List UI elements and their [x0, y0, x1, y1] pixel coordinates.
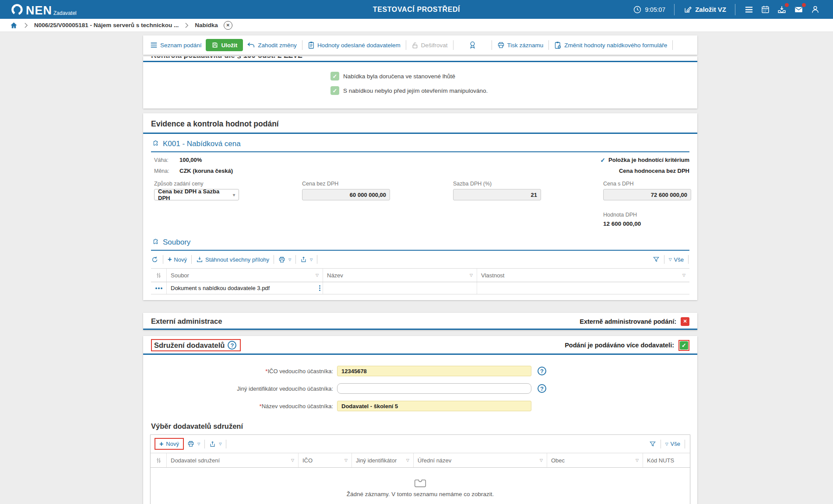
- supplier-values-button[interactable]: Hodnoty odeslané dodavatelem: [308, 41, 401, 49]
- soubory-show-all-button[interactable]: ▽ Vše: [669, 256, 684, 263]
- toolbar-separator: [317, 255, 317, 264]
- dropdown-arrow-icon: ▽: [665, 442, 668, 446]
- close-tab-icon[interactable]: ✕: [224, 21, 232, 30]
- column-settings-icon[interactable]: [151, 453, 166, 467]
- toolbar-separator: [685, 440, 685, 448]
- toolbar-separator: [302, 40, 302, 50]
- inbox-notification-dot: [785, 3, 789, 7]
- header-vlastnost[interactable]: Vlastnost ▽: [477, 269, 689, 282]
- jiny-identifikator-input[interactable]: [337, 383, 531, 394]
- chevron-right-icon: [24, 22, 28, 28]
- header-nazev[interactable]: Název ▽: [323, 269, 477, 282]
- inbox-button[interactable]: [777, 5, 787, 14]
- nazev-row: *Název vedoucího účastníka:: [143, 401, 697, 411]
- toolbar-separator: [453, 40, 453, 50]
- breadcrumb-current[interactable]: Nabídka: [195, 22, 218, 28]
- hodnota-dph-value: 12 600 000,00: [603, 220, 697, 227]
- filter-triangle-icon[interactable]: ▽: [288, 458, 294, 462]
- checkbox-checked-icon[interactable]: ✓: [680, 341, 688, 350]
- cena-s-dph-label: Cena s DPH: [603, 181, 691, 187]
- header-ico[interactable]: IČO ▽: [298, 453, 351, 467]
- nazev-input[interactable]: [337, 401, 531, 411]
- export-button[interactable]: ▽: [300, 256, 313, 263]
- checkbox-unchecked-icon[interactable]: ✕: [681, 317, 689, 326]
- vyber-show-all-button[interactable]: ▽ Vše: [665, 441, 680, 447]
- filter-triangle-icon[interactable]: ▽: [313, 273, 319, 277]
- header-kod-nuts[interactable]: Kód NUTS: [643, 453, 690, 467]
- header-jiny-identifikator[interactable]: Jiný identifikátor ▽: [351, 453, 413, 467]
- ico-input[interactable]: [337, 366, 531, 376]
- server-time: 9:05:07: [633, 5, 665, 14]
- cena-s-dph-input[interactable]: [603, 189, 691, 200]
- hodnota-dph-label: Hodnota DPH: [603, 212, 697, 218]
- calendar-icon: [761, 5, 770, 14]
- sdruzeni-heading-highlight: Sdružení dodavatelů ?: [151, 339, 241, 351]
- header-soubor[interactable]: Soubor ▽: [166, 269, 323, 282]
- logo-text: NEN: [26, 4, 52, 17]
- clock-icon: [633, 5, 642, 14]
- filter-icon[interactable]: [653, 256, 660, 263]
- print-record-button[interactable]: Tisk záznamu: [497, 42, 544, 49]
- ico-label: IČO vedoucího účastníka:: [267, 368, 333, 374]
- nen-logo[interactable]: NEN Zadavatel: [10, 2, 77, 17]
- dropdown-arrow-icon: ▽: [219, 442, 221, 446]
- filter-icon[interactable]: [649, 441, 656, 448]
- externi-heading: Externí administrace: [151, 317, 222, 326]
- change-form-values-button[interactable]: Změnit hodnoty nabídkového formuláře: [554, 41, 667, 49]
- section-divider: [143, 329, 697, 330]
- cena-bez-dph-input[interactable]: [302, 189, 390, 200]
- k001-heading: K001 - Nabídková cena: [143, 134, 697, 151]
- filter-triangle-icon[interactable]: ▽: [633, 458, 639, 462]
- seznam-podani-button[interactable]: Seznam podání: [150, 42, 202, 49]
- refresh-icon[interactable]: [151, 256, 158, 263]
- cell-nazev[interactable]: [323, 282, 477, 294]
- vyber-new-button[interactable]: + Nový: [155, 438, 184, 450]
- calendar-button[interactable]: [761, 5, 770, 14]
- home-icon[interactable]: [10, 21, 18, 29]
- award-button[interactable]: [468, 41, 477, 49]
- header-obec[interactable]: Obec ▽: [547, 453, 643, 467]
- print-list-button[interactable]: ▽: [187, 441, 200, 447]
- help-icon[interactable]: ?: [228, 341, 236, 350]
- jiny-identifikator-label: Jiný identifikátor vedoucího účastníka:: [143, 385, 337, 392]
- sdruzeni-flag-label: Podání je podáváno více dodavateli:: [565, 342, 674, 349]
- select-arrow-icon: ▾: [233, 192, 235, 197]
- filter-triangle-icon[interactable]: ▽: [680, 273, 685, 277]
- table-row[interactable]: Dokument s nabídkou dodavatele 3.pdf: [151, 282, 689, 294]
- create-vz-button[interactable]: Založit VZ: [683, 5, 726, 14]
- dropdown-arrow-icon: ▽: [197, 442, 200, 446]
- menu-button[interactable]: [744, 6, 754, 14]
- plus-icon: +: [159, 441, 163, 447]
- messages-button[interactable]: [794, 5, 804, 14]
- column-settings-icon[interactable]: [151, 269, 166, 282]
- filter-triangle-icon[interactable]: ▽: [537, 458, 543, 462]
- export-button[interactable]: ▽: [209, 441, 221, 448]
- zpusob-zadani-ceny-select[interactable]: Cena bez DPH a Sazba DPH ▾: [154, 189, 239, 200]
- vyber-table: Dodavatel sdružení ▽ IČO ▽ Jiný identifi…: [151, 453, 690, 504]
- filter-triangle-icon[interactable]: ▽: [404, 458, 409, 462]
- download-all-attachments-button[interactable]: Stáhnout všechny přílohy: [196, 256, 269, 263]
- decrypt-button: Dešifrovat: [411, 42, 448, 49]
- print-list-button[interactable]: ▽: [278, 256, 291, 263]
- sazba-dph-input[interactable]: [453, 189, 541, 200]
- header-dodavatel-sdruzeni[interactable]: Dodavatel sdružení ▽: [166, 453, 298, 467]
- save-button[interactable]: Uložit: [206, 39, 243, 51]
- cell-soubor[interactable]: Dokument s nabídkou dodavatele 3.pdf: [166, 282, 323, 294]
- discard-changes-button[interactable]: Zahodit změny: [247, 42, 297, 49]
- section-divider: [143, 61, 697, 62]
- help-icon[interactable]: ?: [538, 384, 546, 393]
- filter-triangle-icon[interactable]: ▽: [467, 273, 473, 277]
- filter-triangle-icon[interactable]: ▽: [342, 458, 348, 462]
- topbar-separator: [674, 4, 675, 15]
- soubory-new-button[interactable]: + Nový: [168, 256, 187, 263]
- soubory-heading: Soubory: [143, 232, 697, 250]
- cell-vlastnost[interactable]: [477, 282, 689, 294]
- kebab-menu-icon[interactable]: [319, 285, 320, 291]
- user-profile-button[interactable]: [811, 5, 820, 14]
- breadcrumb-contract[interactable]: N006/25/V00005181 - Nájem serverů s tech…: [34, 22, 179, 28]
- header-uredni-nazev[interactable]: Úřední název ▽: [413, 453, 547, 467]
- row-actions-icon[interactable]: [151, 282, 166, 294]
- help-icon[interactable]: ?: [538, 367, 546, 375]
- environment-title: TESTOVACÍ PROSTŘEDÍ: [373, 6, 460, 14]
- evidence-heading: Evidence a kontrola hodnot podání: [143, 113, 697, 133]
